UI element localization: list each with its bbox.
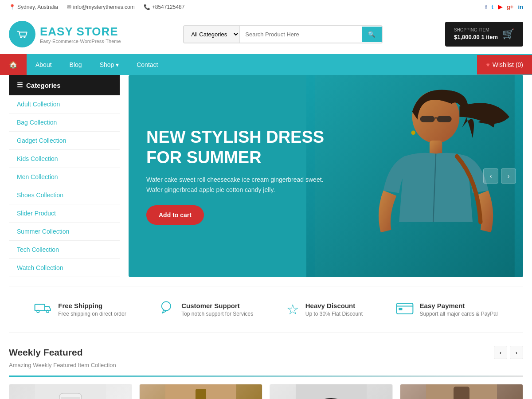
sidebar-link-bag[interactable]: Bag Collection [9,113,120,131]
svg-rect-46 [454,387,469,399]
top-bar-left: 📍 Sydney, Australia ✉ info@mysterythemes… [9,4,184,10]
wishlist-link[interactable]: ♥ Wishlist (0) [477,55,532,74]
logo-text: EASY STORE Easy-Ecommerce-WordPress-Them… [40,25,121,44]
product-card-1[interactable] [9,384,132,399]
google-link[interactable]: g+ [507,4,514,10]
sidebar-item-tech[interactable]: Tech Collection [9,241,120,259]
sidebar-item-shoes[interactable]: Shoes Collection [9,186,120,204]
svg-rect-7 [437,116,451,122]
svg-rect-16 [399,308,402,310]
nav-contact[interactable]: Contact [128,55,167,74]
sidebar-item-kids[interactable]: Kids Collection [9,150,120,168]
twitter-link[interactable]: t [492,4,493,10]
category-select[interactable]: All Categories [184,26,240,43]
logo-icon [9,21,35,47]
sidebar-link-men[interactable]: Men Collection [9,168,120,186]
weekly-title: Weekly Featured [9,347,83,358]
weekly-featured-section: Weekly Featured ‹ › Amazing Weekly Featu… [0,341,532,399]
sidebar-link-shoes[interactable]: Shoes Collection [9,186,120,204]
product-image-1 [9,384,132,399]
cart-amount: $1,800.00 [454,34,480,40]
product-image-2 [140,384,262,399]
sidebar-item-gadget[interactable]: Gadget Collection [9,132,120,150]
sidebar-link-slider[interactable]: Slider Product [9,204,120,222]
truck-icon [34,301,52,317]
add-to-cart-button[interactable]: Add to cart [146,205,204,225]
cart-button[interactable]: SHOPPING ITEM $1,800.00 1 item 🛒 [445,22,523,47]
wishlist-label: Wishlist (0) [493,61,523,68]
sidebar-item-bag[interactable]: Bag Collection [9,113,120,132]
weekly-next-button[interactable]: › [510,346,523,359]
features-bar: Free Shipping Free shipping on direct or… [9,286,523,332]
cart-label: SHOPPING ITEM [454,27,498,33]
sidebar-link-kids[interactable]: Kids Collection [9,150,120,168]
nav-about[interactable]: About [27,55,61,74]
sidebar-item-adult[interactable]: Adult Collection [9,95,120,113]
home-icon: 🏠 [9,61,18,68]
svg-point-0 [14,26,30,42]
feature-desc-discount: Up to 30% Flat Discount [305,311,363,317]
feature-title-discount: Heavy Discount [305,302,363,309]
email-info: ✉ info@mysterythemes.com [67,4,135,10]
svg-rect-10 [35,304,45,310]
svg-rect-19 [61,397,80,399]
search-input[interactable] [240,27,362,42]
payment-text: Easy Payment Support all major cards & P… [420,302,498,317]
sidebar-link-tech[interactable]: Tech Collection [9,241,120,258]
feature-customer-support: Customer Support Top notch support for S… [159,300,253,319]
discount-text: Heavy Discount Up to 30% Flat Discount [305,302,363,317]
weekly-nav: ‹ › [494,346,523,359]
sidebar-item-summer[interactable]: Summer Collection [9,223,120,241]
sidebar-item-watch[interactable]: Watch Collection [9,259,120,277]
nav-blog[interactable]: Blog [61,55,91,74]
svg-point-13 [162,301,171,310]
svg-rect-6 [420,116,434,122]
hero-content: NEW STYLISH DRESS FOR SUMMER Wafer cake … [129,110,346,243]
product-svg-headphones [296,384,367,399]
star-icon: ☆ [286,301,299,318]
free-shipping-text: Free Shipping Free shipping on direct or… [58,302,126,317]
hero-prev-button[interactable]: ‹ [483,168,498,184]
search-button[interactable]: 🔍 [362,27,382,42]
feature-title-payment: Easy Payment [420,302,498,309]
sidebar-title: Categories [26,82,61,89]
sidebar-link-gadget[interactable]: Gadget Collection [9,132,120,149]
sidebar-item-men[interactable]: Men Collection [9,168,120,186]
hero-banner: NEW STYLISH DRESS FOR SUMMER Wafer cake … [129,75,523,277]
logo-svg [14,26,30,42]
cart-info: SHOPPING ITEM $1,800.00 1 item [454,27,498,41]
product-card-3[interactable] [270,384,393,399]
linkedin-link[interactable]: in [518,4,523,10]
hero-title-line2: FOR SUMMER [146,148,262,167]
hero-next-button[interactable]: › [501,168,516,184]
weekly-subtitle: Amazing Weekly Featured Item Collection [9,362,523,368]
product-card-2[interactable] [139,384,262,399]
youtube-link[interactable]: ▶ [498,4,502,10]
product-image-3 [270,384,392,399]
sidebar-item-slider[interactable]: Slider Product [9,204,120,223]
cart-icon: 🛒 [502,28,514,40]
product-card-4[interactable]: EMPORIO ARMANI [400,384,523,399]
hero-description: Wafer cake sweet roll cheesecake ice cre… [146,175,328,195]
email-text: info@mysterythemes.com [73,4,135,10]
sidebar-link-adult[interactable]: Adult Collection [9,95,120,113]
email-icon: ✉ [67,4,71,10]
chevron-down-icon: ▾ [116,61,119,68]
facebook-link[interactable]: f [485,4,487,10]
nav-shop[interactable]: Shop ▾ [91,55,128,74]
feature-title-support: Customer Support [181,302,253,309]
logo[interactable]: EASY STORE Easy-Ecommerce-WordPress-Them… [9,21,121,47]
sidebar-link-watch[interactable]: Watch Collection [9,259,120,277]
site-header: EASY STORE Easy-Ecommerce-WordPress-Them… [0,14,532,54]
svg-point-9 [411,131,415,135]
svg-point-1 [20,36,22,38]
nav-home-button[interactable]: 🏠 [0,54,27,75]
location-text: Sydney, Australia [17,4,58,10]
nav-wishlist[interactable]: ♥ Wishlist (0) [477,55,532,74]
weekly-prev-button[interactable]: ‹ [494,346,507,359]
weekly-header: Weekly Featured ‹ › [9,346,523,359]
search-icon: 🔍 [368,31,376,38]
feature-discount: ☆ Heavy Discount Up to 30% Flat Discount [286,300,363,319]
main-nav: 🏠 About Blog Shop ▾ Contact ♥ Wishlist (… [0,54,532,75]
sidebar-link-summer[interactable]: Summer Collection [9,223,120,240]
